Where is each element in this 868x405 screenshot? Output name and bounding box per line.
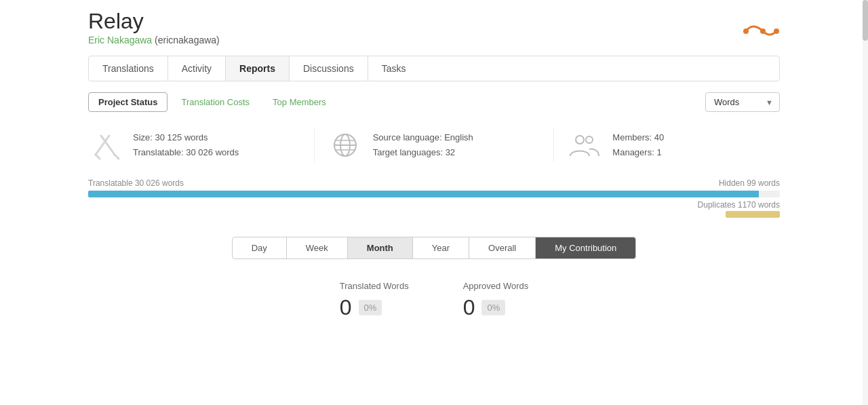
user-name[interactable]: Eric Nakagawa <box>88 35 152 45</box>
words-select-wrapper: Words Segments Chars ▼ <box>705 92 780 112</box>
members-text: Members: 40 <box>612 130 664 145</box>
members-stats-text: Members: 40 Managers: 1 <box>612 130 664 160</box>
globe-icon <box>328 128 362 162</box>
svg-line-5 <box>96 155 100 159</box>
tab-tasks[interactable]: Tasks <box>368 56 420 81</box>
approved-value-row: 0 0% <box>463 295 529 320</box>
logo-icon <box>743 16 780 49</box>
project-status-btn[interactable]: Project Status <box>88 92 167 112</box>
language-stats-text: Source language: English Target language… <box>373 130 473 160</box>
approved-words-card: Approved Words 0 0% <box>463 281 529 320</box>
size-text: Size: 30 125 words <box>133 130 239 145</box>
tabs-container: Translations Activity Reports Discussion… <box>88 56 780 81</box>
tab-discussions[interactable]: Discussions <box>290 56 368 81</box>
scrollbar-thumb[interactable] <box>863 0 868 41</box>
translatable-progress-label: Translatable 30 026 words <box>88 178 184 188</box>
user-handle: (ericnakagawa) <box>155 35 220 45</box>
language-stat-block: Source language: English Target language… <box>328 128 540 162</box>
approved-percent: 0% <box>481 300 505 315</box>
top-members-btn[interactable]: Top Members <box>263 92 336 112</box>
time-btn-week[interactable]: Week <box>286 237 348 259</box>
time-btn-overall[interactable]: Overall <box>469 237 536 259</box>
translated-percent: 0% <box>359 300 382 315</box>
user-info: Eric Nakagawa (ericnakagawa) <box>88 35 220 45</box>
svg-line-6 <box>115 155 119 159</box>
time-btn-my-contribution[interactable]: My Contribution <box>535 237 636 259</box>
header-left: Relay Eric Nakagawa (ericnakagawa) <box>88 9 220 45</box>
time-btn-year[interactable]: Year <box>412 237 469 259</box>
stat-divider-1 <box>314 128 315 162</box>
translatable-text: Translatable: 30 026 words <box>133 145 239 160</box>
svg-point-0 <box>743 28 749 34</box>
time-btn-day[interactable]: Day <box>232 237 287 259</box>
members-icon <box>568 128 601 162</box>
scrollbar[interactable] <box>863 0 868 405</box>
source-lang-text: Source language: English <box>373 130 473 145</box>
stats-row: Size: 30 125 words Translatable: 30 026 … <box>88 128 780 162</box>
duplicates-label: Duplicates 1170 words <box>88 200 780 210</box>
target-langs-text: Target languages: 32 <box>373 145 473 160</box>
subnav: Project Status Translation Costs Top Mem… <box>88 92 780 112</box>
time-btn-month[interactable]: Month <box>347 237 413 259</box>
managers-text: Managers: 1 <box>612 145 664 160</box>
header: Relay Eric Nakagawa (ericnakagawa) <box>88 0 780 56</box>
progress-bar-blue-container <box>88 191 780 197</box>
svg-point-12 <box>576 136 584 144</box>
translated-value-row: 0 0% <box>340 295 409 320</box>
tab-reports[interactable]: Reports <box>226 56 290 81</box>
time-buttons: Day Week Month Year Overall My Contribut… <box>88 237 780 259</box>
members-stat-block: Members: 40 Managers: 1 <box>568 128 780 162</box>
app-title: Relay <box>88 9 220 33</box>
tab-activity[interactable]: Activity <box>168 56 226 81</box>
progress-bar-blue <box>88 191 759 197</box>
progress-section: Translatable 30 026 words Hidden 99 word… <box>88 178 780 218</box>
tab-translations[interactable]: Translations <box>89 56 168 81</box>
stat-divider-2 <box>553 128 554 162</box>
translation-stats-text: Size: 30 125 words Translatable: 30 026 … <box>133 130 239 160</box>
translation-costs-btn[interactable]: Translation Costs <box>172 92 259 112</box>
progress-top-labels: Translatable 30 026 words Hidden 99 word… <box>88 178 780 188</box>
words-select[interactable]: Words Segments Chars <box>705 92 780 112</box>
word-stats-row: Translated Words 0 0% Approved Words 0 0… <box>88 281 780 320</box>
translated-words-card: Translated Words 0 0% <box>340 281 409 320</box>
progress-bar-yellow <box>726 211 780 218</box>
svg-point-13 <box>586 136 593 143</box>
translated-label: Translated Words <box>340 281 409 291</box>
translated-number: 0 <box>340 295 352 320</box>
svg-point-2 <box>760 28 766 34</box>
subnav-left: Project Status Translation Costs Top Mem… <box>88 92 336 112</box>
svg-point-1 <box>774 28 779 34</box>
translation-stat-block: Size: 30 125 words Translatable: 30 026 … <box>88 128 300 162</box>
hidden-progress-label: Hidden 99 words <box>719 178 780 188</box>
approved-number: 0 <box>463 295 475 320</box>
approved-label: Approved Words <box>463 281 529 291</box>
translation-icon <box>88 128 122 162</box>
